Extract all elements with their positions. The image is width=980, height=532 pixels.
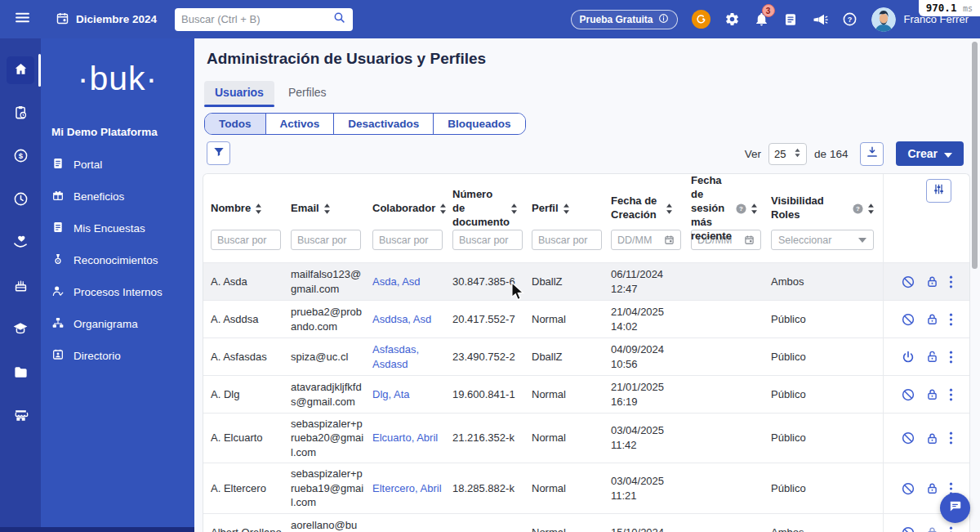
- filter-nombre-input[interactable]: [211, 230, 281, 250]
- rail-documents[interactable]: [7, 360, 34, 387]
- notes-icon[interactable]: [783, 12, 798, 27]
- sort-icon[interactable]: [563, 203, 570, 214]
- rail-home[interactable]: [7, 56, 34, 84]
- ban-icon[interactable]: [901, 387, 915, 402]
- rail-time[interactable]: [7, 186, 34, 214]
- filter-perfil-input[interactable]: [532, 230, 602, 250]
- sort-icon[interactable]: [510, 203, 518, 214]
- download-button[interactable]: [860, 142, 884, 166]
- col-colaborador[interactable]: Colaborador: [372, 202, 452, 216]
- lock-icon[interactable]: [925, 275, 939, 288]
- table-row[interactable]: A. Asfasdas spiza@uc.cl Asfasdas, Asdasd…: [203, 338, 969, 375]
- scrollbar-thumb[interactable]: [972, 42, 978, 269]
- question-icon[interactable]: ?: [736, 203, 746, 214]
- filter-documento-input[interactable]: [452, 230, 523, 250]
- sort-icon[interactable]: [439, 203, 447, 214]
- global-search[interactable]: [175, 8, 353, 31]
- filter-colaborador-input[interactable]: [372, 230, 443, 250]
- table-row[interactable]: A. Elcuarto sebaspizaler+prueba20@gmail.…: [203, 413, 969, 463]
- cell-colaborador-link[interactable]: Asddsa, Asd: [372, 313, 431, 325]
- cell-colaborador-link[interactable]: Asda, Asd: [372, 275, 421, 288]
- lock-icon[interactable]: [925, 481, 939, 495]
- table-row[interactable]: A. Dlg atavaradjkljfkfds@gmail.com Dlg, …: [203, 375, 969, 413]
- rail-training[interactable]: [7, 316, 34, 344]
- search-icon[interactable]: [332, 11, 346, 28]
- table-row[interactable]: Albert Orellano aorellano@buk. Normal 15…: [203, 513, 969, 532]
- page-size-select[interactable]: 25: [768, 143, 807, 165]
- rail-assistance[interactable]: [7, 100, 34, 127]
- filter-email-input[interactable]: [291, 230, 361, 250]
- col-numero-documento[interactable]: Número de documento: [452, 188, 532, 230]
- cell-colaborador-link[interactable]: Dlg, Ata: [372, 388, 410, 400]
- hamburger-icon[interactable]: [14, 9, 31, 29]
- ban-icon[interactable]: [901, 481, 915, 496]
- gear-icon[interactable]: [724, 11, 740, 27]
- sort-icon[interactable]: [867, 203, 875, 214]
- sidebar-item-directorio[interactable]: Directorio: [41, 340, 194, 372]
- filter-desactivados[interactable]: Desactivados: [333, 114, 433, 134]
- kebab-icon[interactable]: [949, 387, 953, 402]
- advanced-filter-button[interactable]: [207, 141, 230, 165]
- chat-button[interactable]: [940, 493, 970, 523]
- bell-icon[interactable]: 3: [754, 11, 769, 27]
- col-fecha-sesion[interactable]: Fecha de sesión más reciente?: [691, 174, 771, 243]
- kebab-icon[interactable]: [949, 350, 953, 364]
- table-row[interactable]: A. Asda mailfalso123@gmail.com Asda, Asd…: [203, 262, 969, 300]
- filter-activos[interactable]: Activos: [265, 114, 334, 134]
- sort-icon[interactable]: [666, 203, 673, 214]
- sidebar-item-mis-encuestas[interactable]: Mis Encuestas: [41, 212, 194, 244]
- unlock-icon[interactable]: [925, 350, 939, 364]
- ban-icon[interactable]: [901, 525, 915, 532]
- ban-icon[interactable]: [901, 431, 915, 445]
- kebab-icon[interactable]: [949, 312, 953, 327]
- ban-icon[interactable]: [901, 275, 915, 289]
- question-icon[interactable]: ?: [853, 203, 863, 214]
- sort-icon[interactable]: [323, 203, 331, 214]
- kebab-icon[interactable]: [949, 431, 953, 445]
- sort-icon[interactable]: [255, 203, 262, 214]
- sidebar-item-beneficios[interactable]: Beneficios: [41, 181, 194, 212]
- filter-visibilidad-select[interactable]: Seleccionar: [771, 230, 874, 250]
- cell-colaborador-link[interactable]: Elcuarto, Abril: [372, 431, 438, 444]
- lock-icon[interactable]: [925, 312, 939, 326]
- kebab-icon[interactable]: [949, 275, 953, 289]
- col-fecha-creacion[interactable]: Fecha de Creación: [611, 194, 691, 222]
- col-visibilidad-roles[interactable]: Visibilidad Roles?: [771, 194, 883, 222]
- filter-bloqueados[interactable]: Bloqueados: [433, 114, 524, 134]
- filter-todos[interactable]: Todos: [205, 114, 265, 134]
- buk-circle-icon[interactable]: [692, 10, 710, 29]
- help-icon[interactable]: ?: [842, 11, 858, 27]
- date-selector[interactable]: Diciembre 2024: [56, 11, 157, 28]
- table-row[interactable]: A. Asddsa prueba2@probando.com Asddsa, A…: [203, 300, 969, 338]
- col-email[interactable]: Email: [291, 202, 372, 216]
- lock-icon[interactable]: [925, 431, 939, 445]
- filter-fecha-creacion[interactable]: DD/MM: [611, 230, 681, 250]
- cell-colaborador-link[interactable]: Asfasdas, Asdasd: [372, 343, 419, 370]
- tab-perfiles[interactable]: Perfiles: [278, 81, 337, 105]
- table-row[interactable]: A. Eltercero sebaspizaler+prueba19@gmail…: [203, 463, 969, 513]
- power-icon[interactable]: [901, 350, 915, 364]
- sidebar-item-organigrama[interactable]: Organigrama: [41, 308, 194, 340]
- lock-icon[interactable]: [925, 387, 939, 401]
- ban-icon[interactable]: [901, 312, 915, 327]
- sort-icon[interactable]: [751, 203, 758, 214]
- rail-marketplace[interactable]: [7, 403, 34, 431]
- sidebar-item-procesos-internos[interactable]: Procesos Internos: [41, 276, 194, 308]
- megaphone-icon[interactable]: [812, 11, 828, 28]
- avatar[interactable]: [871, 7, 896, 32]
- kebab-icon[interactable]: [949, 525, 953, 532]
- create-button[interactable]: Crear: [896, 141, 964, 166]
- sidebar-item-reconocimientos[interactable]: Reconocimientos: [41, 244, 194, 276]
- rail-remunerations[interactable]: $: [7, 143, 34, 171]
- trial-badge[interactable]: Prueba Gratuita: [571, 10, 678, 29]
- tab-usuarios[interactable]: Usuarios: [204, 81, 274, 105]
- rail-celebrations[interactable]: [7, 273, 34, 301]
- lock-icon[interactable]: [925, 525, 939, 532]
- cell-colaborador-link[interactable]: Eltercero, Abril: [372, 482, 442, 494]
- sidebar-item-portal[interactable]: Portal: [41, 149, 194, 181]
- search-input[interactable]: [181, 13, 332, 25]
- col-perfil[interactable]: Perfil: [532, 202, 611, 216]
- col-nombre[interactable]: Nombre: [211, 202, 291, 216]
- col-actions: [883, 174, 969, 243]
- rail-wellness[interactable]: [7, 230, 34, 257]
